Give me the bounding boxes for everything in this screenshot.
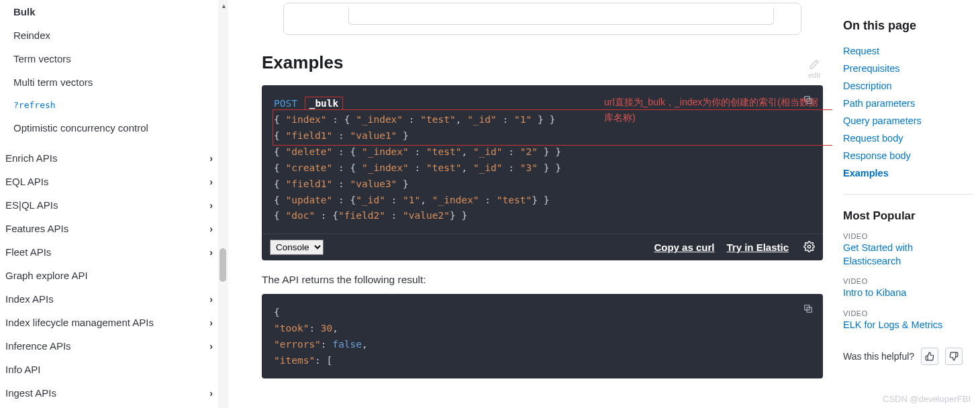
sidebar-item-bulk[interactable]: Bulk	[5, 0, 213, 23]
chevron-right-icon: ›	[209, 247, 213, 258]
sidebar-item-multi-term-vectors[interactable]: Multi term vectors	[5, 70, 213, 94]
popular-item: VIDEOGet Started with Elasticsearch	[843, 232, 973, 268]
sidebar-item-term-vectors[interactable]: Term vectors	[5, 47, 213, 70]
chevron-right-icon: ›	[209, 294, 213, 305]
popular-link[interactable]: Intro to Kibana	[843, 287, 973, 300]
copy-as-curl-link[interactable]: Copy as curl	[654, 242, 714, 253]
sidebar-group-enrich-apis[interactable]: Enrich APIs›	[5, 146, 213, 170]
http-path: _bulk	[305, 97, 344, 110]
sidebar-group-index-lifecycle-management-apis[interactable]: Index lifecycle management APIs›	[5, 311, 213, 334]
sidebar-item-label: Index lifecycle management APIs	[5, 317, 154, 328]
most-popular-heading: Most Popular	[843, 209, 973, 223]
toc-link-request[interactable]: Request	[843, 42, 973, 60]
chevron-right-icon: ›	[209, 388, 213, 399]
right-rail: On this page RequestPrerequisitesDescrip…	[832, 0, 980, 408]
sidebar-group-graph-explore-api[interactable]: Graph explore API	[5, 264, 213, 287]
code-line: { "field1" : "value1" }	[274, 128, 811, 144]
scroll-up-icon: ▲	[221, 3, 227, 9]
popular-kind: VIDEO	[843, 309, 973, 317]
sidebar-item-label: Fleet APIs	[5, 246, 51, 258]
code-line: { "update" : {"_id" : "1", "_index" : "t…	[274, 193, 811, 209]
toc-link-examples[interactable]: Examples	[843, 164, 973, 182]
sidebar-group-licensing-apis[interactable]: Licensing APIs›	[5, 405, 213, 408]
sidebar-group-es-ql-apis[interactable]: ES|QL APIs›	[5, 193, 213, 217]
prev-card-stub	[283, 3, 801, 35]
svg-point-2	[807, 245, 810, 248]
sidebar-item-label: Graph explore API	[5, 270, 88, 281]
sidebar-group-eql-apis[interactable]: EQL APIs›	[5, 170, 213, 193]
chevron-right-icon: ›	[209, 176, 213, 187]
sidebar-group-ingest-apis[interactable]: Ingest APIs›	[5, 381, 213, 405]
sidebar-item-label: Ingest APIs	[5, 387, 56, 399]
toc-link-response-body[interactable]: Response body	[843, 147, 973, 164]
toc-link-request-body[interactable]: Request body	[843, 130, 973, 147]
toc-link-description[interactable]: Description	[843, 77, 973, 95]
sidebar-group-features-apis[interactable]: Features APIs›	[5, 217, 213, 240]
sidebar-item-label: Reindex	[13, 30, 50, 41]
code-line: { "doc" : {"field2" : "value2"} }	[274, 208, 811, 224]
sidebar-scrollbar[interactable]: ▲	[218, 0, 228, 408]
chevron-right-icon: ›	[209, 223, 213, 234]
toc-link-prerequisites[interactable]: Prerequisites	[843, 60, 973, 77]
popular-item: VIDEOELK for Logs & Metrics	[843, 309, 973, 332]
chevron-right-icon: ›	[209, 153, 213, 164]
sidebar-item-label: Enrich APIs	[5, 152, 58, 164]
toc-heading: On this page	[843, 19, 973, 33]
sidebar-item--refresh[interactable]: ?refresh	[5, 94, 213, 116]
console-select[interactable]: Console	[270, 240, 324, 255]
sidebar-item-label: Bulk	[13, 6, 36, 17]
sidebar-item-label: Features APIs	[5, 223, 68, 234]
sidebar-item-label: EQL APIs	[5, 176, 48, 187]
watermark: CSDN @developerFBI	[883, 394, 971, 404]
sidebar-item-label: Optimistic concurrency control	[13, 122, 148, 134]
code-line: "errors": false,	[274, 337, 811, 353]
sidebar-item-reindex[interactable]: Reindex	[5, 23, 213, 47]
code-line: { "create" : { "_index" : "test", "_id" …	[274, 160, 811, 176]
toc-link-path-parameters[interactable]: Path parameters	[843, 95, 973, 112]
sidebar-item-label: Term vectors	[13, 53, 71, 64]
feedback-row: Was this helpful?	[843, 348, 973, 365]
chevron-right-icon: ›	[209, 200, 213, 211]
sidebar-item-label: Inference APIs	[5, 340, 71, 352]
divider	[843, 194, 973, 195]
sidebar-group-fleet-apis[interactable]: Fleet APIs›	[5, 240, 213, 264]
chevron-right-icon: ›	[209, 317, 213, 328]
thumbs-up-button[interactable]	[921, 348, 938, 365]
sidebar: BulkReindexTerm vectorsMulti term vector…	[0, 0, 228, 408]
sidebar-item-label: Multi term vectors	[13, 76, 93, 88]
between-text: The API returns the following result:	[262, 274, 823, 286]
toc-link-query-parameters[interactable]: Query parameters	[843, 112, 973, 130]
popular-link[interactable]: ELK for Logs & Metrics	[843, 319, 973, 332]
sidebar-group-info-api[interactable]: Info API	[5, 358, 213, 381]
try-in-elastic-link[interactable]: Try in Elastic	[726, 242, 789, 253]
popular-kind: VIDEO	[843, 277, 973, 285]
sidebar-item-label: Info API	[5, 364, 41, 375]
code-line: "took": 30,	[274, 321, 811, 337]
code-toolbar: Console Copy as curl Try in Elastic	[262, 234, 823, 260]
code-line: "items": [	[274, 353, 811, 369]
code-block-request: url直接为_bulk，_index为你的创建的索引(相当数据库名称) POST…	[262, 85, 823, 234]
sidebar-item-label: ?refresh	[13, 100, 56, 110]
section-heading-examples: Examples	[262, 52, 823, 73]
side-nav: BulkReindexTerm vectorsMulti term vector…	[0, 0, 218, 408]
sidebar-item-label: ES|QL APIs	[5, 199, 58, 211]
sidebar-group-inference-apis[interactable]: Inference APIs›	[5, 334, 213, 358]
main-content: edit Examples url直接为_bulk，_index为你的创建的索引…	[228, 0, 832, 408]
edit-link[interactable]: edit	[808, 59, 820, 79]
code-block-response: { "took": 30, "errors": false, "items": …	[262, 294, 823, 378]
http-method: POST	[274, 98, 297, 109]
copy-icon[interactable]	[803, 303, 814, 319]
popular-kind: VIDEO	[843, 232, 973, 240]
scroll-thumb[interactable]	[219, 248, 226, 282]
popular-link[interactable]: Get Started with Elasticsearch	[843, 242, 973, 268]
sidebar-item-optimistic-concurrency-control[interactable]: Optimistic concurrency control	[5, 116, 213, 140]
thumbs-down-button[interactable]	[945, 348, 963, 365]
chevron-right-icon: ›	[209, 341, 213, 352]
annotation-text: url直接为_bulk，_index为你的创建的索引(相当数据库名称)	[604, 95, 823, 125]
sidebar-group-index-apis[interactable]: Index APIs›	[5, 287, 213, 311]
sidebar-item-label: Index APIs	[5, 293, 54, 305]
code-line: {	[274, 305, 811, 321]
code-line: { "delete" : { "_index" : "test", "_id" …	[274, 144, 811, 160]
code-line: { "field1" : "value3" }	[274, 176, 811, 193]
gear-icon[interactable]	[803, 241, 815, 254]
